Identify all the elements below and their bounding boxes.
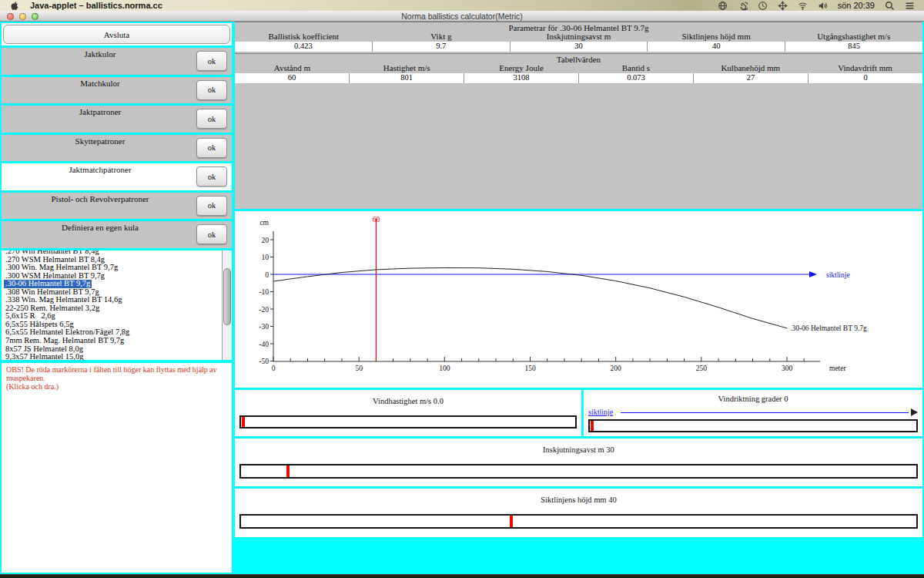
zero-range-label: Inskjutningsavst m 30 [235,439,922,454]
svg-text:200: 200 [611,365,622,372]
category-label: Matchkulor [2,77,199,88]
svg-text:0: 0 [272,365,276,372]
column-header: Ballistisk koefficient [235,32,373,42]
category-label: Skyttepatroner [2,135,199,146]
list-item[interactable]: 9,3x57 Helmantel 15,0g [4,353,232,361]
cell-value: 60 [235,73,350,83]
wind-direction-label: Vindriktning grader 0 [584,390,922,403]
wind-direction-marker[interactable] [591,421,594,431]
main-area: Parametrar för .30-06 Helmantel BT 9.7g … [233,22,924,574]
sight-line-arrow-head [911,408,918,416]
note-panel: OBS! De röda markörerna i fälten till hö… [0,361,233,574]
applet-window: Avsluta JaktkulorokMatchkulorokJaktpatro… [0,22,924,574]
svg-text:cm: cm [259,219,269,227]
column-header: Vindavdrift mm [808,63,922,73]
quit-section: Avsluta [0,22,233,47]
category-list: JaktkulorokMatchkulorokJaktpatronerokSky… [0,47,233,250]
spotlight-search-icon[interactable] [885,1,895,11]
column-header: Siktlinjens höjd mm [648,32,785,42]
svg-text:0: 0 [265,271,269,279]
window-title: Norma ballistics calculator(Metric) [0,12,924,21]
svg-text:10: 10 [262,254,270,261]
quit-button[interactable]: Avsluta [3,25,230,44]
parameters-table: Parametrar för .30-06 Helmantel BT 9.7g … [235,22,922,209]
wind-speed-slider[interactable] [239,415,577,428]
ok-button[interactable]: ok [196,166,227,187]
category-label: Jaktmatchpatroner [2,163,199,174]
svg-text:-10: -10 [259,288,269,296]
sight-line-arrow: siktlinje [587,408,919,418]
svg-text:-50: -50 [259,358,269,365]
cell-value: 3108 [464,73,579,83]
list-item[interactable]: 7mm Rem. Mag. Helmantel BT 9,7g [4,337,232,345]
sight-height-label: Siktlinjens höjd mm 40 [235,489,922,504]
ok-button[interactable]: ok [196,80,227,100]
note-text-line1: OBS! De röda markörerna i fälten till hö… [6,365,227,382]
list-scrollbar[interactable] [222,250,232,360]
column-header: Avstånd m [235,63,350,73]
window-title-bar: Norma ballistics calculator(Metric) [0,11,924,22]
globe-menu-extra-icon[interactable] [718,1,728,11]
wind-direction-slider[interactable] [588,419,918,432]
sidebar-item-jaktpatroner: Jaktpatronerok [0,105,233,134]
svg-text:-20: -20 [259,306,269,314]
column-header: Hastighet m/s [350,63,464,73]
sight-line-arrow-label: siktlinje [588,408,613,416]
svg-text:meter: meter [829,365,846,372]
cell-value: 27 [694,73,808,83]
notification-center-icon[interactable] [905,1,915,11]
svg-text:20: 20 [262,237,270,244]
svg-text:300: 300 [782,365,793,372]
wind-speed-marker[interactable] [242,417,245,427]
sight-line-arrow-line [621,412,909,413]
volume-icon[interactable] [818,1,828,11]
ammo-listbox[interactable]: .270 Win Helmantel BT 8,4g.270 WSM Helma… [0,249,233,361]
menu-clock[interactable]: sön 20:39 [838,1,875,10]
sight-height-slider[interactable] [239,514,918,529]
svg-text:.30-06 Helmantel BT 9.7g: .30-06 Helmantel BT 9.7g [790,324,867,332]
scrollbar-thumb[interactable] [223,268,231,325]
svg-text:-30: -30 [259,323,269,331]
wind-direction-panel: Vindriktning grader 0 siktlinje [584,390,922,436]
svg-text:150: 150 [524,365,536,372]
zero-range-marker[interactable] [286,465,290,477]
cell-value: 40 [648,42,785,52]
move-arrows-menu-extra-icon[interactable] [778,1,788,11]
zero-range-slider[interactable] [239,464,918,479]
ok-button[interactable]: ok [196,138,227,158]
sidebar-item-jaktmatchpatroner: Jaktmatchpatronerok [0,163,233,192]
note-text-line2: (Klicka och dra.) [6,382,227,391]
cell-value: 0.073 [579,73,694,83]
macos-menu-bar: Java-applet – ballistics.norma.cc sön 20… [0,0,924,11]
ok-button[interactable]: ok [196,196,227,216]
zero-range-panel: Inskjutningsavst m 30 [235,439,922,486]
sidebar-item-jaktkulor: Jaktkulorok [0,47,233,76]
ok-button[interactable]: ok [196,224,227,244]
column-header: Utgångshastighet m/s [785,32,922,42]
wifi-icon[interactable] [798,1,808,11]
svg-text:250: 250 [696,365,708,372]
column-header: Energy Joule [464,63,579,73]
cell-value: 9.7 [373,42,511,52]
cell-value: 30 [511,42,648,52]
table-values-title: Tabellvärden [235,54,922,63]
column-header: Kulbanehöjd mm [693,63,808,73]
svg-text:50: 50 [355,365,363,372]
category-label: Jaktkulor [2,48,199,59]
apple-menu-icon[interactable] [9,1,19,11]
wind-speed-label: Vindhastighet m/s 0.0 [235,390,581,405]
clock-menu-extra-icon[interactable] [758,1,768,11]
trajectory-chart: 20100-10-20-30-40-50cm050100150200250300… [235,211,922,388]
sidebar-item-skyttepatroner: Skyttepatronerok [0,134,233,163]
trajectory-chart-svg: 20100-10-20-30-40-50cm050100150200250300… [235,211,922,388]
ok-button[interactable]: ok [196,51,227,71]
sight-height-panel: Siktlinjens höjd mm 40 [235,489,922,537]
sight-height-marker[interactable] [510,516,513,527]
menu-app-title[interactable]: Java-applet – ballistics.norma.cc [30,1,162,10]
ok-button[interactable]: ok [196,109,227,129]
column-header: Inskjutningsavst m [510,32,648,42]
spiral-menu-extra-icon[interactable] [738,1,748,11]
svg-text:-40: -40 [259,341,269,348]
parameters-title: Parametrar för .30-06 Helmantel BT 9.7g [235,22,922,32]
wind-speed-panel: Vindhastighet m/s 0.0 [235,390,581,436]
